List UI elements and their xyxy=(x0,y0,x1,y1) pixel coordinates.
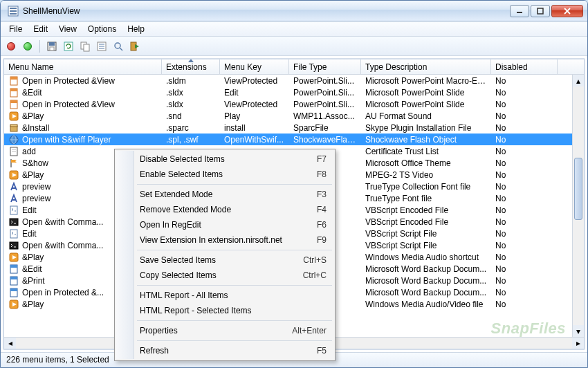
column-menu-key[interactable]: Menu Key xyxy=(220,59,289,74)
context-item[interactable]: PropertiesAlt+Enter xyxy=(116,323,333,338)
svg-rect-13 xyxy=(84,44,89,51)
cell-disabled: No xyxy=(491,135,558,145)
column-disabled[interactable]: Disabled xyxy=(491,59,558,74)
row-icon xyxy=(8,122,19,134)
cell-extensions: .sldx xyxy=(162,88,220,98)
cell-type-description: Microsoft PowerPoint Macro-En... xyxy=(361,76,491,86)
cell-disabled: No xyxy=(491,252,558,262)
cell-file-type: PowerPoint.Sli... xyxy=(289,88,361,98)
column-extensions[interactable]: Extensions xyxy=(162,59,220,74)
red-dot-icon xyxy=(7,42,15,50)
find-button[interactable] xyxy=(112,40,125,53)
table-row[interactable]: &Play.sndPlayWMP11.Assoc...AU Format Sou… xyxy=(4,110,584,122)
cell-type-description: Skype Plugin Installation File xyxy=(361,123,491,133)
context-item[interactable]: Copy Selected ItemsCtrl+C xyxy=(116,268,333,283)
cell-extensions: .snd xyxy=(162,111,220,121)
context-item[interactable]: Disable Selected ItemsF7 xyxy=(116,151,333,167)
context-item[interactable]: Set Extended ModeF3 xyxy=(116,187,333,202)
maximize-button[interactable] xyxy=(531,5,550,17)
close-button[interactable] xyxy=(551,5,583,17)
context-shortcut: F6 xyxy=(317,220,327,230)
table-row[interactable]: &Edit.sldxEditPowerPoint.Sli...Microsoft… xyxy=(4,86,584,98)
table-row[interactable]: &Install.sparcinstallSparcFileSkype Plug… xyxy=(4,122,584,134)
menubar: File Edit View Options Help xyxy=(1,21,587,37)
cell-type-description: Microsoft Office Theme xyxy=(361,158,491,168)
scroll-right-arrow[interactable]: ▸ xyxy=(572,338,584,349)
context-label: Disable Selected Items xyxy=(140,154,225,164)
column-type-description[interactable]: Type Description xyxy=(361,59,491,74)
table-row[interactable]: Open in Protected &View.sldmViewProtecte… xyxy=(4,75,584,86)
row-icon xyxy=(8,193,19,204)
table-row[interactable]: Open in Protected &View.sldxViewProtecte… xyxy=(4,98,584,110)
column-file-type[interactable]: File Type xyxy=(289,59,361,74)
context-label: HTML Report - All Items xyxy=(140,291,228,300)
context-menu: Disable Selected ItemsF7Enable Selected … xyxy=(114,149,336,361)
cell-type-description: TrueType Font file xyxy=(361,194,491,203)
copy-button[interactable] xyxy=(79,40,91,53)
context-item[interactable]: HTML Report - All Items xyxy=(116,288,333,303)
toolbar-separator xyxy=(39,40,40,53)
svg-point-18 xyxy=(115,43,120,48)
titlebar[interactable]: ShellMenuView xyxy=(1,1,587,21)
cell-menu-name: Edit xyxy=(22,229,37,239)
context-item[interactable]: HTML Report - Selected Items xyxy=(116,303,333,318)
properties-button[interactable] xyxy=(95,40,108,53)
context-label: View Extension In extension.nirsoft.net xyxy=(140,235,282,245)
svg-rect-22 xyxy=(10,77,17,80)
scroll-up-arrow[interactable]: ▴ xyxy=(573,75,584,86)
context-item[interactable]: Open In RegEditF6 xyxy=(116,217,333,232)
cell-menu-name: Open with S&wiff Player xyxy=(22,135,111,145)
exit-button[interactable] xyxy=(129,40,141,53)
table-row[interactable]: Open with S&wiff Player.spl, .swfOpenWit… xyxy=(4,134,584,145)
cell-menu-name: Open in Protected &View xyxy=(22,76,115,86)
menu-file[interactable]: File xyxy=(3,23,28,35)
cell-type-description: VBScript Encoded File xyxy=(361,217,491,227)
context-shortcut: Ctrl+C xyxy=(303,270,327,280)
cell-file-type: SparcFile xyxy=(289,123,361,133)
context-item[interactable]: RefreshF5 xyxy=(116,343,333,358)
svg-line-19 xyxy=(120,48,122,50)
save-button[interactable] xyxy=(46,40,58,53)
menu-view[interactable]: View xyxy=(53,23,82,35)
scroll-thumb[interactable] xyxy=(574,158,582,220)
svg-rect-26 xyxy=(10,100,17,103)
cell-type-description: Microsoft PowerPoint Slide xyxy=(361,100,491,109)
menu-help[interactable]: Help xyxy=(122,23,150,35)
cell-type-description: VBScript Script File xyxy=(361,241,491,250)
scroll-left-arrow[interactable]: ◂ xyxy=(4,338,16,349)
cell-menu-name: &Install xyxy=(22,123,49,133)
context-item[interactable]: Save Selected ItemsCtrl+S xyxy=(116,252,333,268)
cell-type-description: Certificate Trust List xyxy=(361,147,491,156)
cell-disabled: No xyxy=(491,147,558,156)
scroll-down-arrow[interactable]: ▾ xyxy=(573,325,584,337)
green-dot-icon xyxy=(24,42,32,50)
cell-disabled: No xyxy=(491,100,558,109)
minimize-button[interactable] xyxy=(510,5,529,17)
find-icon xyxy=(113,41,124,52)
cell-menu-name: Edit xyxy=(22,205,37,215)
row-icon xyxy=(8,134,19,145)
cell-type-description: MPEG-2 TS Video xyxy=(361,170,491,180)
cell-type-description: Windows Media Audio shortcut xyxy=(361,252,491,262)
cell-type-description: VBScript Encoded File xyxy=(361,205,491,215)
context-shortcut: F5 xyxy=(317,346,327,356)
enable-button[interactable] xyxy=(21,40,34,53)
svg-rect-44 xyxy=(10,265,17,268)
context-shortcut: Alt+Enter xyxy=(292,326,327,335)
refresh-button[interactable] xyxy=(62,40,75,53)
context-item[interactable]: View Extension In extension.nirsoft.netF… xyxy=(116,232,333,248)
vertical-scrollbar[interactable]: ▴ ▾ xyxy=(572,75,584,337)
cell-menu-name: Open in Protected &View xyxy=(22,100,115,109)
svg-rect-39 xyxy=(10,219,18,226)
context-item[interactable]: Enable Selected ItemsF8 xyxy=(116,167,333,182)
menu-edit[interactable]: Edit xyxy=(28,23,53,35)
column-menu-name[interactable]: Menu Name xyxy=(4,59,162,74)
cell-disabled: No xyxy=(491,264,558,274)
context-label: Open In RegEdit xyxy=(140,220,201,230)
context-shortcut: F4 xyxy=(317,205,327,214)
cell-menu-key: ViewProtected xyxy=(220,100,289,109)
context-item[interactable]: Remove Extended ModeF4 xyxy=(116,202,333,217)
menu-options[interactable]: Options xyxy=(82,23,122,35)
disable-button[interactable] xyxy=(5,40,17,53)
cell-menu-name: &Edit xyxy=(22,264,42,274)
